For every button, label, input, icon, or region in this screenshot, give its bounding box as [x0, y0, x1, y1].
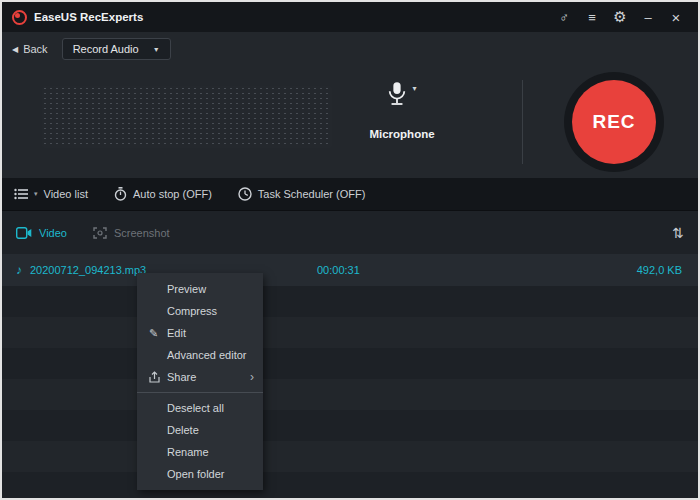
video-list-button[interactable]: ▾ Video list: [14, 188, 88, 200]
context-menu: Preview Compress ✎ Edit Advanced editor …: [137, 273, 263, 490]
menu-icon[interactable]: ≡: [580, 6, 604, 28]
tab-screenshot-label: Screenshot: [114, 227, 170, 239]
back-button[interactable]: ◀ Back: [12, 43, 48, 55]
divider: [522, 80, 523, 164]
screenshot-icon: [93, 227, 107, 239]
dropdown-arrow-icon: ▼: [153, 46, 160, 53]
menu-item-preview[interactable]: Preview: [137, 278, 263, 300]
empty-row: [2, 379, 698, 410]
menu-divider: [137, 392, 263, 393]
menu-item-deselect-all[interactable]: Deselect all: [137, 397, 263, 419]
video-list-label: Video list: [44, 188, 88, 200]
audio-visualizer: [42, 86, 332, 148]
task-scheduler-label: Task Scheduler (OFF): [258, 188, 366, 200]
tab-screenshot[interactable]: Screenshot: [93, 227, 170, 239]
menu-item-share[interactable]: Share ›: [137, 366, 263, 388]
stopwatch-icon: [114, 187, 127, 201]
auto-stop-button[interactable]: Auto stop (OFF): [114, 187, 212, 201]
submenu-arrow-icon: ›: [250, 370, 254, 384]
clock-icon: [238, 187, 252, 201]
toolbar: ▾ Video list Auto stop (OFF) Task Schedu…: [2, 178, 698, 210]
empty-row: [2, 286, 698, 317]
menu-item-compress[interactable]: Compress: [137, 300, 263, 322]
recorder-panel: ▾ Microphone REC: [2, 66, 698, 178]
minimize-icon[interactable]: –: [636, 6, 660, 28]
task-scheduler-button[interactable]: Task Scheduler (OFF): [238, 187, 366, 201]
empty-row: [2, 348, 698, 379]
titlebar: EaseUS RecExperts ♂ ≡ ⚙ – ×: [2, 2, 698, 32]
close-icon[interactable]: ×: [664, 6, 688, 28]
tab-video-label: Video: [39, 227, 67, 239]
file-duration: 00:00:31: [317, 264, 360, 276]
edit-pen-icon: ✎: [149, 327, 167, 340]
menu-item-open-folder[interactable]: Open folder: [137, 463, 263, 485]
app-title: EaseUS RecExperts: [34, 11, 143, 23]
mode-dropdown[interactable]: Record Audio ▼: [62, 38, 171, 60]
tab-bar: Video Screenshot ⇅: [2, 210, 698, 254]
microphone-label: Microphone: [357, 128, 447, 140]
menu-item-advanced-editor[interactable]: Advanced editor: [137, 344, 263, 366]
list-icon: [14, 188, 28, 200]
video-icon: [16, 227, 32, 239]
file-size: 492,0 KB: [637, 264, 682, 276]
sort-icon[interactable]: ⇅: [672, 225, 684, 241]
menu-item-delete[interactable]: Delete: [137, 419, 263, 441]
app-window: EaseUS RecExperts ♂ ≡ ⚙ – × ◀ Back Recor…: [0, 0, 700, 500]
rec-button[interactable]: REC: [564, 72, 664, 172]
empty-row: [2, 472, 698, 500]
share-icon: [149, 371, 167, 383]
tab-video[interactable]: Video: [16, 227, 67, 239]
rec-label: REC: [592, 111, 635, 133]
settings-gear-icon[interactable]: ⚙: [608, 6, 632, 28]
microphone-icon: [387, 80, 407, 110]
upgrade-pro-icon[interactable]: ♂: [552, 6, 576, 28]
file-row[interactable]: ♪ 20200712_094213.mp3 00:00:31 492,0 KB: [2, 254, 698, 286]
list-dropdown-arrow-icon: ▾: [34, 190, 38, 198]
back-label: Back: [23, 43, 47, 55]
mic-dropdown-arrow-icon: ▾: [412, 84, 416, 93]
microphone-selector[interactable]: ▾ Microphone: [357, 80, 447, 140]
mode-label: Record Audio: [73, 43, 139, 55]
nav-row: ◀ Back Record Audio ▼: [2, 32, 698, 66]
back-arrow-icon: ◀: [12, 45, 18, 54]
empty-row: [2, 441, 698, 472]
empty-row: [2, 317, 698, 348]
empty-row: [2, 410, 698, 441]
app-logo-icon: [12, 10, 27, 25]
file-name: 20200712_094213.mp3: [30, 264, 146, 276]
menu-item-rename[interactable]: Rename: [137, 441, 263, 463]
music-note-icon: ♪: [16, 263, 22, 277]
auto-stop-label: Auto stop (OFF): [133, 188, 212, 200]
menu-item-edit[interactable]: ✎ Edit: [137, 322, 263, 344]
